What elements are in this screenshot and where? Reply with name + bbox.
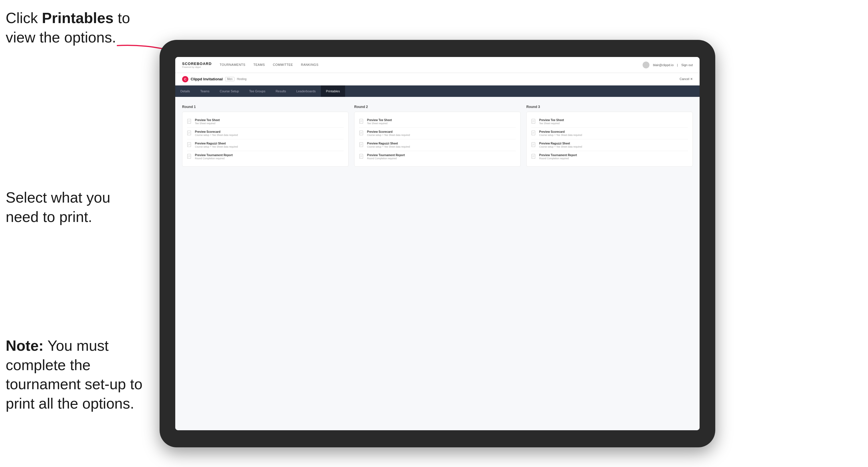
user-email: blair@clippd.io — [653, 63, 673, 67]
nav-committee[interactable]: COMMITTEE — [273, 63, 293, 67]
r1-scorecard-title: Preview Scorecard — [195, 130, 238, 133]
document-icon-11 — [531, 142, 536, 148]
top-nav-links: TOURNAMENTS TEAMS COMMITTEE RANKINGS — [220, 63, 643, 67]
svg-rect-30 — [360, 154, 363, 158]
r2-raguzzi-subtitle: Course setup + Tee Sheet data required — [367, 145, 410, 148]
tab-details[interactable]: Details — [175, 86, 195, 97]
round-1-scorecard[interactable]: Preview Scorecard Course setup + Tee She… — [187, 128, 344, 139]
r3-raguzzi-subtitle: Course setup + Tee Sheet data required — [539, 145, 582, 148]
r2-raguzzi-title: Preview Raguzzi Sheet — [367, 142, 410, 145]
user-avatar — [643, 62, 649, 68]
round-2-section: Round 2 Preview Tee Sheet Tee S — [354, 105, 521, 167]
document-icon-8 — [359, 154, 364, 160]
round-1-tournament-report[interactable]: Preview Tournament Report Round Completi… — [187, 151, 344, 162]
svg-rect-22 — [360, 131, 363, 135]
tab-tee-groups[interactable]: Tee Groups — [244, 86, 271, 97]
note-bold: Note: — [6, 337, 43, 354]
r3-tee-title: Preview Tee Sheet — [539, 119, 564, 122]
round-1-raguzzi[interactable]: Preview Raguzzi Sheet Course setup + Tee… — [187, 139, 344, 151]
scoreboard-logo: SCOREBOARD Powered by clippd — [182, 62, 212, 68]
top-nav-right: blair@clippd.io | Sign out — [643, 62, 693, 68]
r2-tee-title: Preview Tee Sheet — [367, 119, 392, 122]
tournament-hosting: Hosting — [237, 77, 247, 81]
logo-title: SCOREBOARD — [182, 62, 212, 66]
instruction-bold: Printables — [42, 10, 114, 26]
round-3-raguzzi[interactable]: Preview Raguzzi Sheet Course setup + Tee… — [531, 139, 688, 151]
round-2-tournament-report[interactable]: Preview Tournament Report Round Completi… — [359, 151, 516, 162]
r1-report-title: Preview Tournament Report — [195, 154, 233, 157]
document-icon-6 — [359, 130, 364, 136]
r3-scorecard-subtitle: Course setup + Tee Sheet data required — [539, 134, 582, 136]
document-icon-7 — [359, 142, 364, 148]
tablet-screen: SCOREBOARD Powered by clippd TOURNAMENTS… — [175, 57, 700, 430]
r1-raguzzi-subtitle: Course setup + Tee Sheet data required — [195, 145, 238, 148]
document-icon-9 — [531, 119, 536, 125]
document-icon-12 — [531, 154, 536, 160]
round-1-tee-sheet[interactable]: Preview Tee Sheet Tee Sheet required — [187, 116, 344, 128]
round-3-scorecard[interactable]: Preview Scorecard Course setup + Tee She… — [531, 128, 688, 139]
r2-tee-subtitle: Tee Sheet required — [367, 122, 392, 125]
document-icon-4 — [187, 154, 192, 160]
r3-report-title: Preview Tournament Report — [539, 154, 577, 157]
nav-tournaments[interactable]: TOURNAMENTS — [220, 63, 245, 67]
r3-raguzzi-title: Preview Raguzzi Sheet — [539, 142, 582, 145]
svg-rect-14 — [187, 154, 191, 158]
document-icon-2 — [187, 130, 192, 136]
r1-report-subtitle: Round Completion required — [195, 157, 233, 160]
round-2-tee-sheet[interactable]: Preview Tee Sheet Tee Sheet required — [359, 116, 516, 128]
main-content: Round 1 Preview Tee Sheet Tee S — [175, 97, 700, 430]
r3-scorecard-title: Preview Scorecard — [539, 130, 582, 133]
instruction-bottom: Note: You must complete the tournament s… — [6, 336, 154, 413]
document-icon-10 — [531, 130, 536, 136]
round-2-title: Round 2 — [354, 105, 521, 109]
round-1-title: Round 1 — [182, 105, 348, 109]
r1-scorecard-subtitle: Course setup + Tee Sheet data required — [195, 134, 238, 136]
svg-rect-46 — [532, 154, 535, 158]
nav-teams[interactable]: TEAMS — [253, 63, 265, 67]
document-icon-3 — [187, 142, 192, 148]
r1-tee-subtitle: Tee Sheet required — [195, 122, 220, 125]
sub-nav: Details Teams Course Setup Tee Groups Re… — [175, 86, 700, 97]
tab-course-setup[interactable]: Course Setup — [215, 86, 244, 97]
tablet-device: SCOREBOARD Powered by clippd TOURNAMENTS… — [160, 40, 715, 447]
svg-rect-2 — [187, 119, 191, 123]
r1-tee-title: Preview Tee Sheet — [195, 119, 220, 122]
round-3-tournament-report[interactable]: Preview Tournament Report Round Completi… — [531, 151, 688, 162]
r2-report-title: Preview Tournament Report — [367, 154, 405, 157]
r3-tee-subtitle: Tee Sheet required — [539, 122, 564, 125]
tournament-header: C Clippd Invitational Men Hosting Cancel… — [175, 73, 700, 86]
document-icon — [187, 119, 192, 125]
r3-report-subtitle: Round Completion required — [539, 157, 577, 160]
nav-rankings[interactable]: RANKINGS — [301, 63, 318, 67]
tab-printables[interactable]: Printables — [321, 86, 345, 97]
r1-raguzzi-title: Preview Raguzzi Sheet — [195, 142, 238, 145]
tournament-name: Clippd Invitational — [191, 77, 223, 81]
svg-rect-38 — [532, 131, 535, 135]
svg-rect-34 — [532, 119, 535, 123]
tab-leaderboards[interactable]: Leaderboards — [291, 86, 321, 97]
rounds-grid: Round 1 Preview Tee Sheet Tee S — [182, 105, 693, 167]
separator: | — [677, 63, 678, 67]
tab-results[interactable]: Results — [271, 86, 291, 97]
svg-rect-18 — [360, 119, 363, 123]
tab-teams[interactable]: Teams — [195, 86, 215, 97]
instruction-middle: Select what youneed to print. — [6, 188, 110, 226]
r2-scorecard-title: Preview Scorecard — [367, 130, 410, 133]
logo-sub: Powered by clippd — [182, 66, 212, 68]
r2-scorecard-subtitle: Course setup + Tee Sheet data required — [367, 134, 410, 136]
round-3-tee-sheet[interactable]: Preview Tee Sheet Tee Sheet required — [531, 116, 688, 128]
r2-report-subtitle: Round Completion required — [367, 157, 405, 160]
svg-rect-26 — [360, 143, 363, 147]
round-2-raguzzi[interactable]: Preview Raguzzi Sheet Course setup + Tee… — [359, 139, 516, 151]
round-1-card: Preview Tee Sheet Tee Sheet required — [182, 112, 348, 167]
top-nav: SCOREBOARD Powered by clippd TOURNAMENTS… — [175, 57, 700, 73]
cancel-button[interactable]: Cancel ✕ — [680, 77, 693, 81]
round-3-section: Round 3 Preview Tee Sheet Tee S — [526, 105, 693, 167]
svg-rect-6 — [187, 131, 191, 135]
svg-rect-42 — [532, 143, 535, 147]
sign-out-link[interactable]: Sign out — [681, 63, 693, 67]
round-1-section: Round 1 Preview Tee Sheet Tee S — [182, 105, 348, 167]
round-2-scorecard[interactable]: Preview Scorecard Course setup + Tee She… — [359, 128, 516, 139]
tournament-badge: Men — [225, 77, 235, 81]
svg-rect-10 — [187, 143, 191, 147]
